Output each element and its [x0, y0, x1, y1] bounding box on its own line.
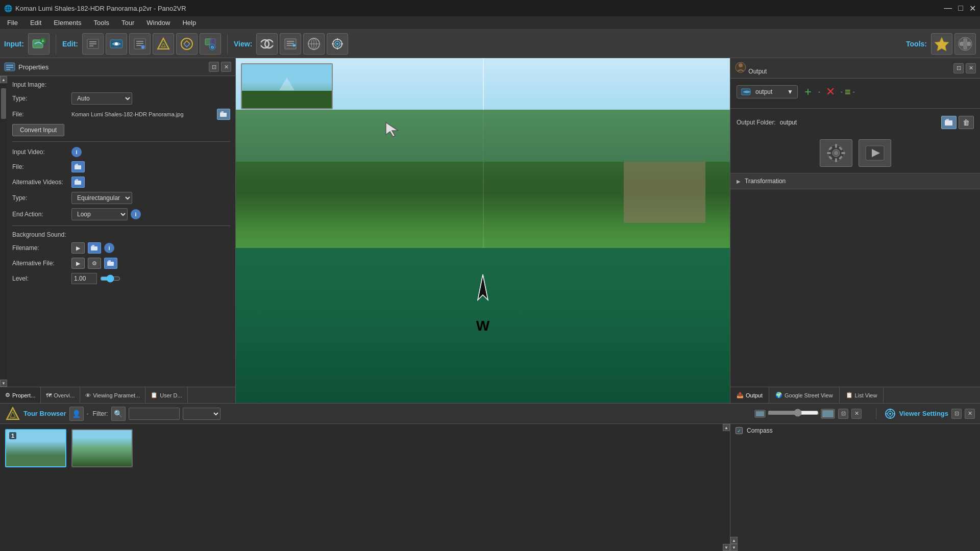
- output-folder-delete-btn[interactable]: 🗑: [959, 116, 974, 129]
- alt-file-gear-btn[interactable]: ⚙: [88, 258, 101, 269]
- thumb-img-2[interactable]: [71, 429, 133, 467]
- sound-browse-btn[interactable]: [88, 242, 101, 254]
- output-settings-btn[interactable]: [820, 139, 852, 167]
- tab-overview[interactable]: 🗺 Overvi...: [41, 387, 80, 403]
- scroll-down-btn[interactable]: ▼: [0, 380, 7, 387]
- scroll-track[interactable]: [0, 83, 7, 380]
- convert-row: Convert Input: [12, 124, 230, 136]
- video-file-browse-btn[interactable]: [71, 161, 85, 172]
- menu-tools[interactable]: Tools: [89, 18, 114, 28]
- menu-file[interactable]: File: [2, 18, 23, 28]
- menu-elements[interactable]: Elements: [48, 18, 86, 28]
- tab-properties[interactable]: ⚙ Propert...: [0, 387, 41, 403]
- view-btn-1[interactable]: [256, 33, 278, 55]
- thumb-scroll-up[interactable]: ▲: [723, 424, 730, 431]
- video-type-select[interactable]: Equirectangular Fisheye: [71, 192, 132, 204]
- panorama-view[interactable]: W: [236, 58, 730, 403]
- panel-float-btn[interactable]: ⊡: [209, 62, 219, 72]
- edit-btn-3[interactable]: i: [129, 33, 151, 55]
- menu-edit[interactable]: Edit: [25, 18, 46, 28]
- compass-checkbox[interactable]: ✓: [736, 427, 743, 434]
- remove-output-btn[interactable]: ✕: [822, 84, 839, 100]
- menu-tour[interactable]: Tour: [116, 18, 139, 28]
- thumb-scroll-track[interactable]: [723, 431, 730, 544]
- rp-tab-google[interactable]: 🌍 Google Street View: [769, 387, 840, 403]
- type-select[interactable]: Auto Equirectangular Fisheye Cube Faces: [71, 92, 132, 105]
- list-output-btn[interactable]: ≡: [845, 86, 851, 98]
- panel-close-btn[interactable]: ✕: [221, 62, 231, 72]
- main-area: Properties ⊡ ✕ ▲ ▼ Input Image:: [0, 58, 980, 403]
- bottom-close-btn[interactable]: ✕: [851, 409, 862, 419]
- edit-btn-2[interactable]: [106, 33, 127, 55]
- title-left: 🌐 Koman Lumi Shales-182-HDR Panorama.p2v…: [4, 5, 186, 12]
- compass-letter: W: [476, 318, 489, 334]
- thumb-img-1[interactable]: 1: [5, 429, 66, 467]
- edit-btn-5[interactable]: [176, 33, 198, 55]
- output-dropdown[interactable]: output ▼: [737, 85, 798, 98]
- vs-scroll-down[interactable]: ▼: [730, 544, 738, 551]
- size-range-input[interactable]: [768, 409, 819, 417]
- filter-input[interactable]: [129, 408, 180, 420]
- thumbnail-1[interactable]: 1: [5, 429, 66, 467]
- viewer-settings-close-btn[interactable]: ✕: [965, 409, 975, 419]
- viewer-settings-scrollbar[interactable]: ▲ ▼: [730, 537, 738, 551]
- bottom-float-btn[interactable]: ⊡: [838, 409, 848, 419]
- close-btn[interactable]: ✕: [969, 4, 976, 13]
- tab-viewing-params[interactable]: 👁 Viewing Paramet...: [80, 387, 145, 403]
- output-folder-browse-btn[interactable]: [941, 116, 957, 129]
- tab-user-data[interactable]: 📋 User D...: [145, 387, 187, 403]
- tour-user-btn[interactable]: 👤: [69, 407, 84, 421]
- svg-rect-57: [107, 262, 114, 266]
- edit-btn-1[interactable]: [82, 33, 104, 55]
- svg-rect-82: [756, 411, 764, 416]
- output-float-btn[interactable]: ⊡: [953, 63, 964, 73]
- alt-videos-browse-btn[interactable]: [71, 177, 85, 188]
- thumbnail-2[interactable]: [71, 429, 133, 467]
- alt-file-play-btn[interactable]: ▶: [71, 258, 85, 269]
- viewer-settings-float-btn[interactable]: ⊡: [951, 409, 962, 419]
- alt-file-browse-btn[interactable]: [104, 258, 117, 269]
- tools-btn-2[interactable]: [954, 33, 976, 55]
- view-btn-4[interactable]: [327, 33, 348, 55]
- input-video-info-btn[interactable]: i: [71, 147, 82, 157]
- tools-btn-1[interactable]: [931, 33, 952, 55]
- center-canvas[interactable]: W: [236, 58, 730, 403]
- output-close-btn[interactable]: ✕: [966, 63, 976, 73]
- maximize-btn[interactable]: □: [958, 4, 963, 13]
- vs-scroll-up[interactable]: ▲: [730, 537, 738, 544]
- view-btn-3[interactable]: [303, 33, 325, 55]
- view-btn-2[interactable]: [280, 33, 301, 55]
- input-video-section: Input Video: i File: Alternati: [12, 147, 230, 220]
- scroll-thumb[interactable]: [1, 88, 6, 119]
- convert-input-btn[interactable]: Convert Input: [12, 124, 64, 136]
- thumb-scroll-down[interactable]: ▼: [723, 544, 730, 551]
- minimize-btn[interactable]: —: [944, 4, 952, 13]
- thumb-strip-scrollbar[interactable]: ▲ ▼: [723, 424, 730, 551]
- rp-tab-output[interactable]: 📤 Output: [730, 387, 769, 403]
- edit-btn-4[interactable]: [153, 33, 174, 55]
- output-preview-btn[interactable]: [859, 139, 891, 167]
- output-label: Output: [748, 68, 767, 75]
- add-output-btn[interactable]: +: [800, 84, 816, 100]
- transformation-header[interactable]: ▶ Transformation: [730, 173, 980, 189]
- title-controls[interactable]: — □ ✕: [944, 4, 976, 13]
- left-panel-scrollbar[interactable]: ▲ ▼: [0, 76, 7, 387]
- level-input[interactable]: [71, 273, 97, 284]
- sound-info-btn[interactable]: i: [104, 243, 114, 253]
- sound-play-btn[interactable]: ▶: [71, 242, 85, 254]
- end-action-info-btn[interactable]: i: [131, 209, 141, 219]
- thumb-size-slider[interactable]: [768, 413, 819, 415]
- rp-tab-list[interactable]: 📋 List View: [840, 387, 884, 403]
- filter-dropdown[interactable]: All Images: [183, 408, 220, 420]
- file-browse-btn[interactable]: [217, 109, 230, 120]
- filter-icon-btn[interactable]: 🔍: [111, 407, 126, 421]
- menu-help[interactable]: Help: [177, 18, 201, 28]
- background-sound-section: Background Sound: Filename: ▶ i: [12, 231, 230, 284]
- level-slider[interactable]: [100, 274, 120, 283]
- svg-marker-58: [386, 122, 398, 137]
- edit-btn-6[interactable]: G: [200, 33, 221, 55]
- menu-window[interactable]: Window: [141, 18, 175, 28]
- scroll-up-btn[interactable]: ▲: [0, 76, 7, 83]
- end-action-select[interactable]: Loop Stop Next: [71, 208, 128, 220]
- add-input-btn[interactable]: +: [28, 33, 50, 55]
